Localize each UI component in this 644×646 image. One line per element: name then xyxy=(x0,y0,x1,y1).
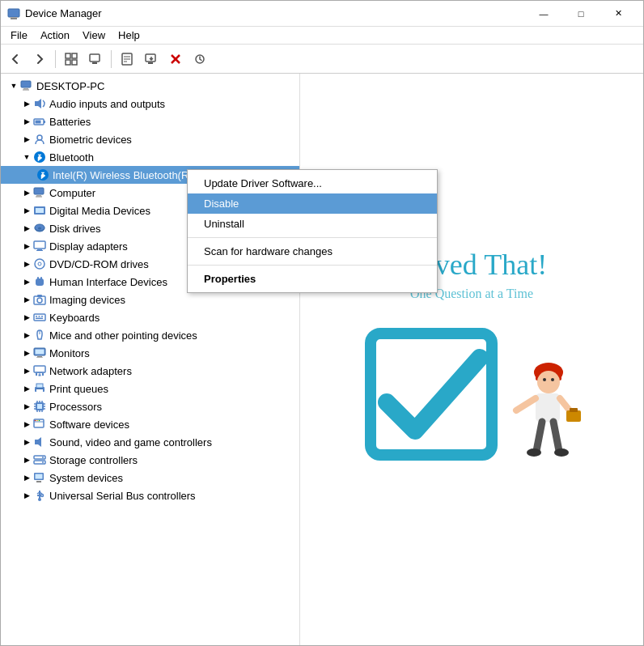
properties-button[interactable] xyxy=(116,48,138,70)
tree-arrow-batteries: ▶ xyxy=(20,115,33,128)
tree-item-print[interactable]: ▶ Print queues xyxy=(1,380,299,397)
keyboard-icon xyxy=(33,311,46,324)
hid-label: Human Interface Devices xyxy=(49,276,167,288)
bt-device-icon xyxy=(36,168,49,181)
svg-rect-36 xyxy=(34,241,45,249)
forward-button[interactable] xyxy=(28,48,51,70)
tree-item-audio[interactable]: ▶ Audio inputs and outputs xyxy=(1,95,299,113)
svg-point-89 xyxy=(42,457,44,458)
mice-label: Mice and other pointing devices xyxy=(49,329,197,342)
svg-rect-47 xyxy=(34,314,45,321)
menu-view[interactable]: View xyxy=(76,28,112,43)
monitor-icon xyxy=(33,346,46,359)
tree-item-bluetooth[interactable]: ▼ Bluetooth xyxy=(1,148,299,166)
toolbar xyxy=(1,45,643,74)
digital-media-icon xyxy=(33,204,46,217)
ctx-sep-1 xyxy=(188,237,437,238)
tree-item-software[interactable]: ▶ Software devices xyxy=(1,415,299,433)
usb-icon xyxy=(33,489,46,502)
svg-rect-7 xyxy=(90,54,100,62)
toolbar-sep-1 xyxy=(55,50,56,68)
ctx-disable[interactable]: Disable xyxy=(188,193,437,214)
minimize-button[interactable]: — xyxy=(525,1,562,27)
show-all-button[interactable] xyxy=(60,48,83,70)
maximize-button[interactable]: □ xyxy=(562,1,600,27)
hid-icon xyxy=(33,275,46,288)
tree-arrow-mice: ▶ xyxy=(20,329,33,342)
tree-arrow-imaging: ▶ xyxy=(20,293,33,306)
tree-item-network[interactable]: ▶ Network adapters xyxy=(1,362,299,380)
tree-item-processors[interactable]: ▶ xyxy=(1,397,299,415)
svg-rect-41 xyxy=(36,278,44,286)
system-label: System devices xyxy=(49,472,123,484)
svg-point-98 xyxy=(41,495,44,497)
scan-button[interactable] xyxy=(189,48,211,70)
context-menu: Update Driver Software... Disable Uninst… xyxy=(187,169,438,293)
tree-item-storage[interactable]: ▶ Storage controllers xyxy=(1,451,299,469)
menu-file[interactable]: File xyxy=(4,28,34,43)
sound-label: Sound, video and game controllers xyxy=(49,436,212,448)
ctx-update-driver[interactable]: Update Driver Software... xyxy=(188,173,437,193)
tree-arrow-print: ▶ xyxy=(20,382,33,395)
svg-rect-106 xyxy=(536,393,560,422)
svg-marker-86 xyxy=(35,437,41,447)
monitors-label: Monitors xyxy=(49,347,90,359)
disk-label: Disk drives xyxy=(49,223,101,235)
svg-point-83 xyxy=(35,420,36,422)
network-label: Network adapters xyxy=(49,365,132,377)
svg-rect-92 xyxy=(36,474,43,479)
svg-rect-28 xyxy=(34,188,44,194)
toolbar-sep-2 xyxy=(111,50,112,68)
svg-rect-2 xyxy=(10,17,18,18)
figure-man-svg xyxy=(500,358,581,471)
window-icon xyxy=(7,7,20,20)
storage-icon xyxy=(33,453,46,466)
ctx-scan[interactable]: Scan for hardware changes xyxy=(188,241,437,261)
right-panel: Solved That! One Question at a Time xyxy=(300,74,643,645)
menu-help[interactable]: Help xyxy=(112,28,146,43)
dvd-icon xyxy=(33,257,46,270)
main-content: ▼ DESKTOP-PC ▶ xyxy=(1,74,643,645)
tree-item-usb[interactable]: ▶ Universal Serial Bus controllers xyxy=(1,487,299,504)
menu-action[interactable]: Action xyxy=(34,28,76,43)
svg-rect-19 xyxy=(23,88,28,90)
tree-arrow-dvd: ▶ xyxy=(20,257,33,270)
bluetooth-label: Bluetooth xyxy=(49,151,94,164)
tree-item-mice[interactable]: ▶ Mice and other pointing devices xyxy=(1,326,299,344)
tree-item-batteries[interactable]: ▶ Batteries xyxy=(1,113,299,130)
title-bar: Device Manager — □ ✕ xyxy=(1,1,643,27)
svg-rect-51 xyxy=(36,318,43,320)
svg-rect-46 xyxy=(37,295,42,297)
close-button[interactable]: ✕ xyxy=(600,1,637,27)
uninstall-button[interactable] xyxy=(164,48,187,70)
tree-item-monitors[interactable]: ▶ Monitors xyxy=(1,344,299,362)
tree-arrow-display: ▶ xyxy=(20,240,33,253)
solved-graphic xyxy=(362,325,581,471)
svg-rect-43 xyxy=(40,277,42,279)
computer-label: Computer xyxy=(49,187,95,199)
tree-item-imaging[interactable]: ▶ Imaging devices xyxy=(1,291,299,308)
ctx-properties[interactable]: Properties xyxy=(188,269,437,289)
tree-item-root[interactable]: ▼ DESKTOP-PC xyxy=(1,77,299,95)
svg-rect-23 xyxy=(44,121,45,123)
svg-point-113 xyxy=(527,448,541,457)
device-tree[interactable]: ▼ DESKTOP-PC ▶ xyxy=(1,74,300,645)
back-button[interactable] xyxy=(4,48,27,70)
ctx-uninstall[interactable]: Uninstall xyxy=(188,214,437,234)
tree-item-sound[interactable]: ▶ Sound, video and game controllers xyxy=(1,433,299,451)
svg-rect-49 xyxy=(39,316,40,317)
svg-line-107 xyxy=(516,398,536,410)
devices-button[interactable] xyxy=(84,48,107,70)
tree-item-biometric[interactable]: ▶ Biometric devices xyxy=(1,130,299,148)
batteries-label: Batteries xyxy=(49,116,91,128)
svg-rect-1 xyxy=(11,18,17,19)
disk-icon xyxy=(33,222,46,235)
tree-item-system[interactable]: ▶ System devices xyxy=(1,469,299,487)
svg-point-104 xyxy=(543,378,546,381)
update-driver-button[interactable] xyxy=(140,48,163,70)
tree-arrow-network: ▶ xyxy=(20,364,33,377)
system-icon xyxy=(33,471,46,484)
svg-point-39 xyxy=(35,259,44,269)
svg-rect-32 xyxy=(36,208,44,213)
tree-item-keyboards[interactable]: ▶ Keyboards xyxy=(1,308,299,326)
